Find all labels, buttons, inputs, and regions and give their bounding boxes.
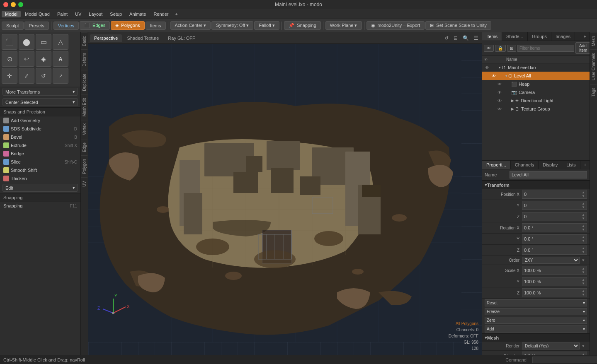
zero-button[interactable]: Zero▾: [485, 317, 587, 324]
add-button[interactable]: Add▾: [485, 325, 587, 333]
items-add-button[interactable]: Add Item: [575, 42, 591, 54]
menu-animate[interactable]: Animate: [126, 11, 149, 17]
minimize-btn[interactable]: [11, 2, 16, 7]
reset-button[interactable]: Reset▾: [485, 299, 587, 306]
vert-tab-duplicate[interactable]: Duplicate: [81, 70, 87, 94]
items-tab[interactable]: Items: [482, 32, 502, 41]
menu-render[interactable]: Render: [150, 11, 172, 17]
order-select[interactable]: ZXY XYZ XZY: [522, 257, 580, 264]
display-tab[interactable]: Display: [539, 161, 562, 169]
menu-paint[interactable]: Paint: [54, 11, 71, 17]
thicken-item[interactable]: Thicken: [0, 174, 80, 183]
torus-tool[interactable]: ⊙: [2, 51, 17, 67]
rotation-y-value[interactable]: 0.0 ° ▲ ▼: [522, 234, 587, 243]
close-btn[interactable]: [3, 2, 8, 7]
channels-tab[interactable]: Channels: [511, 161, 539, 169]
render-select[interactable]: Default (Yes) Yes No: [522, 342, 580, 350]
tree-item-dirlight[interactable]: 👁 ▶ ☀ Directional Light: [482, 96, 590, 105]
viewport-refresh-icon[interactable]: ↺: [443, 34, 450, 42]
mesh-section[interactable]: Mesh: [482, 333, 590, 342]
tree-item-mainlevel[interactable]: 👁 ▾ 🗋 MainLevel.lxo: [482, 63, 590, 72]
vert-tab-edge[interactable]: Edge: [81, 139, 87, 155]
bevel-item[interactable]: Bevel B: [0, 133, 80, 141]
work-plane-button[interactable]: Work Plane: [325, 21, 362, 30]
move-tool[interactable]: ✛: [2, 68, 17, 84]
props-name-input[interactable]: [510, 171, 587, 178]
lists-tab[interactable]: Lists: [562, 161, 580, 169]
falloff-button[interactable]: Falloff: [254, 21, 279, 30]
command-input[interactable]: [532, 357, 597, 363]
vert-tab-polygon[interactable]: Polygon: [81, 155, 87, 177]
props-add-tab[interactable]: +: [580, 161, 590, 169]
extrude-item[interactable]: Extrude Shift-X: [0, 141, 80, 149]
eye-texgroup[interactable]: 👁: [496, 106, 503, 112]
items-grid-btn[interactable]: ⊞: [507, 45, 516, 52]
render-expand[interactable]: ▾: [580, 343, 587, 349]
cube-tool[interactable]: ⬛: [2, 34, 17, 50]
snapping-item[interactable]: Snapping F11: [0, 202, 80, 210]
set-scene-scale-button[interactable]: ⊞ Set Scene Scale to Unity: [425, 21, 491, 30]
vert-tab-uv[interactable]: UV: [81, 177, 87, 190]
tree-item-levelall[interactable]: 👁 ▾ ⬡ Level All: [482, 72, 590, 80]
tree-item-texgroup[interactable]: 👁 ▶ 🗋 Texture Group: [482, 105, 590, 113]
add-geometry-item[interactable]: Add Geometry: [0, 116, 80, 125]
edges-button[interactable]: ⬛ Edges: [80, 21, 110, 30]
slice-item[interactable]: Slice Shift-C: [0, 158, 80, 166]
add-tab-button[interactable]: +: [580, 32, 590, 41]
polygons-button[interactable]: ◈ Polygons: [111, 21, 144, 30]
menu-setup[interactable]: Setup: [107, 11, 125, 17]
more-transforms-dropdown[interactable]: More Transforms ▾: [2, 88, 78, 96]
modo2unity-button[interactable]: ◉ modo2Unity – Export: [366, 21, 425, 30]
snaps-precision-section[interactable]: Snaps and Precision: [0, 107, 80, 116]
menu-uv[interactable]: UV: [72, 11, 85, 17]
center-selected-dropdown[interactable]: Center Selected ▾: [2, 98, 78, 106]
scale-x-value[interactable]: 100.0 % ▲ ▼: [522, 266, 587, 275]
presets-button[interactable]: Presets: [24, 22, 49, 30]
images-tab[interactable]: Images: [551, 32, 575, 41]
smooth-shift-item[interactable]: Smooth Shift: [0, 166, 80, 174]
properties-tab[interactable]: Properti...: [482, 161, 511, 169]
tree-item-heap[interactable]: 👁 ⬛ Heap: [482, 80, 590, 88]
order-expand[interactable]: ▾: [580, 258, 587, 263]
menu-plus[interactable]: +: [172, 11, 180, 17]
viewport-menu-icon[interactable]: ☰: [472, 34, 480, 42]
vp-tab-shaded[interactable]: Shaded Texture: [123, 34, 163, 42]
rotation-x-value[interactable]: 0.0 ° ▲ ▼: [522, 223, 587, 232]
edit-dropdown[interactable]: Edit ▾: [2, 184, 78, 192]
vp-tab-raygl[interactable]: Ray GL: OFF: [164, 34, 199, 42]
transform-section[interactable]: Transform: [482, 181, 590, 189]
viewport[interactable]: X Y Z All Polygons Channels: 0 Deformers…: [88, 44, 482, 355]
vert-tab-mesh[interactable]: Mesh: [590, 32, 597, 49]
sds-subdivide-item[interactable]: SDS Subdivide D: [0, 125, 80, 133]
vert-tab-user-channels[interactable]: User Channels: [590, 49, 597, 84]
position-x-value[interactable]: 0 ▲ ▼: [522, 190, 587, 199]
viewport-camera-icon[interactable]: ⊟: [452, 34, 459, 42]
vert-tab-tags[interactable]: Tags: [590, 84, 597, 100]
menu-layout[interactable]: Layout: [85, 11, 106, 17]
rotation-z-value[interactable]: 0.0 ° ▲ ▼: [522, 246, 587, 255]
viewport-search-icon[interactable]: 🔍: [461, 34, 471, 42]
cylinder-tool[interactable]: ▭: [36, 34, 51, 50]
menu-model[interactable]: Model: [2, 11, 21, 17]
items-eye-btn[interactable]: 👁: [484, 45, 494, 52]
eye-dirlight[interactable]: 👁: [496, 97, 503, 104]
eye-mainlevel[interactable]: 👁: [484, 64, 490, 71]
snapping-header[interactable]: Snapping: [0, 193, 80, 202]
items-button[interactable]: Items: [146, 22, 166, 30]
action-center-button[interactable]: Action Center: [170, 21, 211, 30]
menu-model-quad[interactable]: Model Quad: [22, 11, 53, 17]
vert-tab-deform[interactable]: Deform: [81, 49, 87, 70]
scale-tool[interactable]: ⤢: [19, 68, 34, 84]
items-lock-btn[interactable]: 🔒: [495, 45, 506, 52]
snapping-button[interactable]: 📌 Snapping: [284, 21, 321, 30]
vertices-button[interactable]: Vertices: [53, 22, 79, 30]
scale-z-value[interactable]: 100.0 % ▲ ▼: [522, 288, 587, 297]
maximize-btn[interactable]: [18, 2, 23, 7]
scale-y-value[interactable]: 100.0 % ▲ ▼: [522, 277, 587, 286]
vp-tab-perspective[interactable]: Perspective: [90, 34, 122, 42]
eye-levelall[interactable]: 👁: [490, 72, 497, 79]
polygon-tool[interactable]: ◈: [36, 51, 51, 67]
text-tool[interactable]: A: [53, 51, 68, 67]
vert-tab-vertex[interactable]: Vertex: [81, 120, 87, 138]
bridge-item[interactable]: Bridge: [0, 149, 80, 158]
